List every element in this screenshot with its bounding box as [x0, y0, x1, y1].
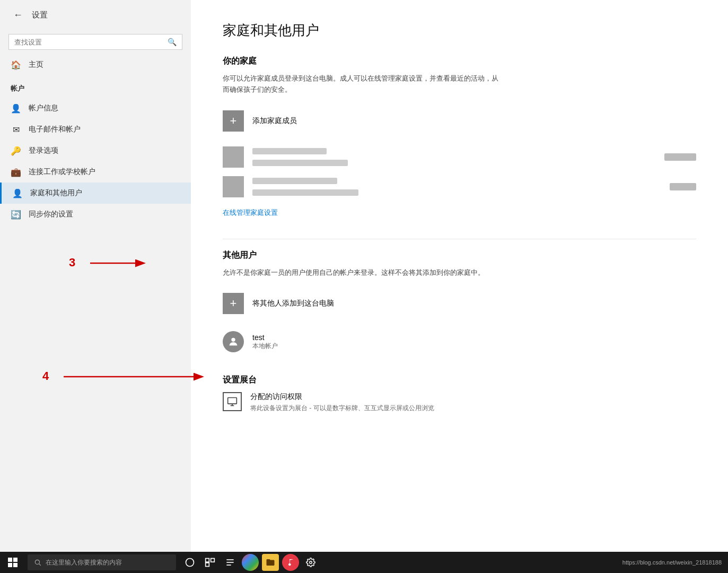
home-icon: 🏠 [11, 59, 21, 70]
add-family-label: 添加家庭成员 [252, 116, 297, 126]
taskbar-settings-icon[interactable] [301, 553, 320, 572]
sidebar-item-home[interactable]: 🏠 主页 [0, 54, 191, 75]
family-section-heading: 你的家庭 [223, 56, 696, 67]
page-title: 家庭和其他用户 [223, 21, 696, 40]
family-section-desc: 你可以允许家庭成员登录到这台电脑。成人可以在线管理家庭设置，并查看最近的活动，从… [223, 73, 498, 96]
sidebar-header: ← 设置 [0, 0, 191, 30]
taskbar-app-bars[interactable] [221, 553, 240, 572]
family-member-name-blurred [252, 148, 327, 154]
sidebar-item-email[interactable]: ✉ 电子邮件和帐户 [0, 119, 191, 140]
family-member-email-blurred [252, 160, 348, 166]
user-type-test: 本地帐户 [252, 342, 278, 351]
work-icon: 💼 [11, 167, 21, 177]
user-avatar-test [223, 331, 244, 352]
sidebar-item-label: 电子邮件和帐户 [29, 125, 81, 134]
search-input[interactable] [14, 38, 163, 46]
sidebar-title: 设置 [32, 10, 48, 20]
add-other-user-button[interactable]: + 将其他人添加到这台电脑 [223, 289, 696, 318]
taskbar-search[interactable]: 在这里输入你要搜索的内容 [28, 554, 176, 570]
sidebar-item-family[interactable]: 👤 家庭和其他用户 [0, 183, 191, 204]
kiosk-section: 设置展台 分配的访问权限 将此设备设置为展台 - 可以是数字标牌、互互式显示屏或… [223, 375, 696, 413]
sidebar-item-sync[interactable]: 🔄 同步你的设置 [0, 204, 191, 225]
user-info-test: test 本地帐户 [252, 333, 278, 351]
family-member-row-1 [223, 142, 696, 172]
add-other-label: 将其他人添加到这台电脑 [252, 299, 334, 308]
add-other-plus-icon: + [223, 293, 244, 314]
family-icon: 👤 [12, 188, 23, 198]
search-icon: 🔍 [168, 38, 177, 46]
taskbar-app-squares[interactable] [200, 553, 220, 572]
sidebar-item-label: 家庭和其他用户 [30, 188, 82, 198]
taskbar-url: https://blog.csdn.net/weixin_21818188 [622, 559, 728, 566]
svg-point-12 [35, 560, 39, 564]
taskbar-app-circle[interactable] [180, 553, 199, 572]
sidebar-item-work-school[interactable]: 💼 连接工作或学校帐户 [0, 161, 191, 183]
svg-rect-1 [228, 398, 237, 404]
sidebar-item-label: 连接工作或学校帐户 [29, 167, 95, 177]
family-member-badge-blurred [664, 153, 696, 161]
add-family-plus-icon: + [223, 110, 244, 132]
account-info-icon: 👤 [11, 103, 21, 114]
svg-line-13 [39, 564, 41, 566]
kiosk-desc: 分配的访问权限 将此设备设置为展台 - 可以是数字标牌、互互式显示屏或公用浏览 [250, 392, 434, 413]
svg-rect-16 [211, 559, 215, 562]
email-icon: ✉ [11, 124, 21, 135]
sidebar-item-label: 登录选项 [29, 146, 58, 155]
manage-family-link[interactable]: 在线管理家庭设置 [223, 208, 278, 218]
search-box[interactable]: 🔍 [8, 34, 182, 50]
family-member-info-2 [252, 178, 661, 196]
sidebar-item-login[interactable]: 🔑 登录选项 [0, 140, 191, 161]
svg-rect-11 [13, 563, 17, 567]
sidebar-section-label: 帐户 [0, 75, 191, 98]
family-member-avatar-1 [223, 146, 244, 168]
kiosk-heading: 设置展台 [223, 375, 696, 386]
svg-point-21 [310, 561, 312, 564]
taskbar-chrome-icon[interactable] [242, 554, 259, 571]
add-family-member-button[interactable]: + 添加家庭成员 [223, 106, 696, 136]
sidebar-item-label: 帐户信息 [29, 103, 58, 113]
main-content: 家庭和其他用户 你的家庭 你可以允许家庭成员登录到这台电脑。成人可以在线管理家庭… [191, 0, 728, 552]
family-member-info-1 [252, 148, 656, 166]
svg-rect-8 [8, 558, 12, 562]
other-users-desc: 允许不是你家庭一员的用户使用自己的帐户来登录。这样不会将其添加到你的家庭中。 [223, 267, 498, 279]
kiosk-row: 分配的访问权限 将此设备设置为展台 - 可以是数字标牌、互互式显示屏或公用浏览 [223, 392, 696, 413]
family-member-avatar-2 [223, 176, 244, 197]
svg-point-14 [186, 559, 194, 567]
family-member-email2-blurred [252, 189, 358, 196]
kiosk-title: 分配的访问权限 [250, 392, 434, 402]
divider-1 [223, 239, 696, 239]
back-button[interactable]: ← [11, 7, 25, 22]
taskbar-app-icons [176, 553, 324, 572]
sync-icon: 🔄 [11, 209, 21, 220]
taskbar-music-icon[interactable] [282, 554, 299, 571]
family-member-row-2 [223, 172, 696, 202]
svg-rect-15 [206, 559, 209, 562]
sidebar: ← 设置 🔍 🏠 主页 帐户 👤 帐户信息 ✉ 电子邮件和帐户 🔑 登录选项 💼… [0, 0, 191, 552]
sidebar-item-label: 同步你的设置 [29, 210, 73, 219]
kiosk-icon [223, 392, 242, 411]
start-button[interactable] [0, 552, 25, 573]
family-member-name2-blurred [252, 178, 337, 184]
taskbar-files-icon[interactable] [262, 554, 279, 571]
family-member-badge2-blurred [670, 183, 696, 190]
sidebar-home-label: 主页 [29, 60, 43, 70]
svg-rect-10 [8, 563, 12, 567]
other-users-heading: 其他用户 [223, 250, 696, 261]
svg-point-0 [231, 338, 235, 342]
taskbar: 在这里输入你要搜索的内容 [0, 552, 728, 573]
user-name-test: test [252, 333, 278, 342]
kiosk-sub: 将此设备设置为展台 - 可以是数字标牌、互互式显示屏或公用浏览 [250, 404, 434, 413]
taskbar-search-text: 在这里输入你要搜索的内容 [46, 558, 122, 567]
svg-rect-9 [13, 558, 17, 562]
user-row-test[interactable]: test 本地帐户 [223, 325, 696, 359]
sidebar-item-account-info[interactable]: 👤 帐户信息 [0, 98, 191, 119]
svg-rect-17 [206, 563, 209, 567]
login-icon: 🔑 [11, 145, 21, 156]
